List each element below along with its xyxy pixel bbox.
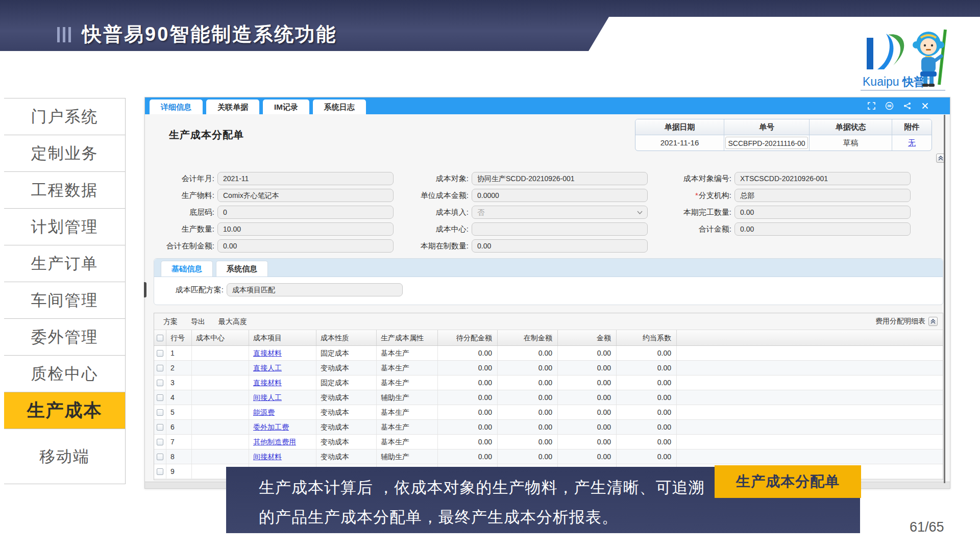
field-label: 本期在制数量: bbox=[400, 241, 469, 251]
cost-item-link[interactable]: 能源费 bbox=[249, 405, 316, 419]
form-field: *分支机构:总部 bbox=[663, 189, 911, 202]
window-tab[interactable]: 关联单据 bbox=[206, 99, 259, 114]
cost-item-link[interactable]: 间接人工 bbox=[249, 390, 316, 405]
field-label: 生产数量: bbox=[146, 224, 214, 234]
app-window: 详细信息关联单据IM记录系统日志 IM 生产成本分配单 单据日期 单号 单据状态… bbox=[144, 97, 950, 489]
field-input[interactable] bbox=[472, 222, 648, 236]
collapse-grid-button[interactable] bbox=[928, 317, 938, 326]
logo-underline bbox=[861, 90, 945, 91]
kp-logo-icon bbox=[864, 30, 913, 73]
select-all-checkbox[interactable] bbox=[157, 335, 163, 341]
cost-item-link[interactable]: 直接材料 bbox=[249, 375, 316, 390]
row-select-cell bbox=[154, 420, 166, 434]
match-plan-input[interactable]: 成本项目匹配 bbox=[227, 283, 403, 296]
production-attr-cell: 辅助生产 bbox=[377, 449, 438, 464]
row-number: 5 bbox=[166, 405, 192, 419]
row-number: 8 bbox=[166, 449, 192, 464]
field-input[interactable]: 协同生产SCDD-20210926-001 bbox=[472, 172, 648, 185]
sidebar-item[interactable]: 生产订单 bbox=[4, 245, 126, 282]
field-input[interactable]: 0.0000 bbox=[472, 189, 648, 202]
basic-info-panel: 基础信息系统信息 成本匹配方案: 成本项目匹配 bbox=[154, 258, 943, 305]
field-input[interactable]: 总部 bbox=[734, 189, 911, 202]
field-input[interactable]: Comix齐心笔记本 bbox=[217, 189, 394, 202]
row-checkbox[interactable] bbox=[157, 409, 163, 416]
form-column-1: 会计年月:2021-11生产物料:Comix齐心笔记本底层码:0生产数量:10.… bbox=[146, 172, 394, 256]
column-header-filler bbox=[677, 330, 943, 345]
field-input[interactable]: 0 bbox=[217, 206, 394, 219]
toolbar-link[interactable]: 方案 bbox=[163, 317, 178, 325]
field-label: 单位成本金额: bbox=[400, 191, 469, 201]
sidebar-item[interactable]: 车间管理 bbox=[4, 282, 126, 319]
form-field: 成本对象编号:XTSCSCDD-20210926-001 bbox=[663, 172, 911, 185]
cost-item-text: 能源费 bbox=[253, 408, 275, 416]
form-field: 底层码:0 bbox=[146, 206, 394, 219]
sidebar-item[interactable]: 委外管理 bbox=[4, 319, 126, 356]
field-label: 成本填入: bbox=[400, 208, 469, 217]
toolbar-link[interactable]: 最大高度 bbox=[218, 317, 247, 325]
subtab[interactable]: 基础信息 bbox=[161, 261, 213, 277]
field-input[interactable]: XTSCSCDD-20210926-001 bbox=[734, 172, 911, 185]
slide: 快普易90智能制造系统功能 Kuaipu 快普™ bbox=[0, 0, 980, 551]
sidebar-item[interactable]: 生产成本 bbox=[4, 392, 126, 429]
sidebar-item[interactable]: 质检中心 bbox=[4, 356, 126, 392]
caption-text-line2: 的产品生产成本分配单，最终产生成本分析报表。 bbox=[259, 507, 618, 528]
row-checkbox[interactable] bbox=[157, 454, 163, 460]
cost-item-link[interactable]: 直接人工 bbox=[249, 361, 316, 375]
cost-item-link[interactable]: 其他制造费用 bbox=[249, 435, 316, 449]
row-select-cell bbox=[154, 449, 166, 464]
row-checkbox[interactable] bbox=[157, 468, 163, 475]
column-header: 成本中心 bbox=[192, 330, 249, 345]
expand-icon[interactable] bbox=[867, 102, 876, 111]
cost-item-link[interactable]: 间接材料 bbox=[249, 449, 316, 464]
sidebar-item[interactable]: 定制业务 bbox=[4, 135, 126, 172]
row-checkbox[interactable] bbox=[157, 365, 163, 371]
row-filler bbox=[677, 390, 943, 405]
grid-header-row: 行号成本中心成本项目成本性质生产成本属性待分配金额在制金额金额约当系数 bbox=[154, 330, 943, 346]
row-checkbox[interactable] bbox=[157, 394, 163, 401]
field-input[interactable]: 10.00 bbox=[217, 222, 394, 236]
production-attr-cell: 基本生产 bbox=[377, 346, 438, 360]
window-tab[interactable]: 系统日志 bbox=[313, 99, 366, 114]
info-header-date: 单据日期 bbox=[635, 119, 724, 135]
form-column-2: 成本对象:协同生产SCDD-20210926-001单位成本金额:0.0000成… bbox=[400, 172, 648, 256]
equivalent-factor-cell: 0.00 bbox=[617, 420, 677, 434]
wip-amount-cell: 0.00 bbox=[498, 405, 558, 419]
toolbar-link[interactable]: 导出 bbox=[191, 317, 205, 325]
sidebar-item[interactable]: 移动端 bbox=[4, 429, 126, 484]
form-field: 成本填入:否 bbox=[400, 206, 648, 219]
cost-item-link[interactable]: 委外加工费 bbox=[249, 420, 316, 434]
row-checkbox[interactable] bbox=[157, 350, 163, 357]
doc-status: 草稿 bbox=[810, 135, 892, 151]
doc-attachment-link[interactable]: 无 bbox=[892, 135, 932, 151]
field-input[interactable]: 2021-11 bbox=[217, 172, 394, 185]
wip-amount-cell: 0.00 bbox=[498, 390, 558, 405]
cost-nature-cell: 固定成本 bbox=[316, 375, 377, 390]
field-input[interactable]: 0.00 bbox=[734, 206, 911, 219]
document-info-table: 单据日期 单号 单据状态 附件 2021-11-16 SCCBFPD-20211… bbox=[635, 119, 932, 151]
row-number: 6 bbox=[166, 420, 192, 434]
sidebar-item[interactable]: 门户系统 bbox=[4, 98, 126, 135]
kuaipu-logo: Kuaipu 快普™ bbox=[863, 30, 950, 91]
field-input[interactable]: 0.00 bbox=[472, 239, 648, 253]
form-field: 成本中心: bbox=[400, 222, 648, 236]
cost-item-link[interactable]: 直接材料 bbox=[249, 346, 316, 360]
sidebar-item[interactable]: 计划管理 bbox=[4, 209, 126, 245]
sidebar-item[interactable]: 工程数据 bbox=[4, 172, 126, 209]
row-checkbox[interactable] bbox=[157, 424, 163, 431]
window-tab[interactable]: 详细信息 bbox=[150, 99, 203, 114]
share-icon[interactable] bbox=[902, 102, 912, 111]
row-checkbox[interactable] bbox=[157, 380, 163, 386]
row-checkbox[interactable] bbox=[157, 439, 163, 445]
subtab[interactable]: 系统信息 bbox=[216, 261, 268, 277]
field-input[interactable]: 0.00 bbox=[217, 239, 394, 253]
field-input[interactable]: 否 bbox=[472, 206, 648, 219]
panel-collapse-handle[interactable] bbox=[144, 282, 146, 297]
close-icon[interactable] bbox=[920, 102, 929, 111]
amount-cell: 0.00 bbox=[558, 346, 617, 360]
window-tab[interactable]: IM记录 bbox=[263, 99, 309, 114]
field-input[interactable]: 0.00 bbox=[734, 222, 911, 236]
amount-cell: 0.00 bbox=[558, 420, 617, 434]
im-icon[interactable]: IM bbox=[885, 102, 894, 111]
equivalent-factor-cell: 0.00 bbox=[617, 375, 677, 390]
row-number: 4 bbox=[166, 390, 192, 405]
